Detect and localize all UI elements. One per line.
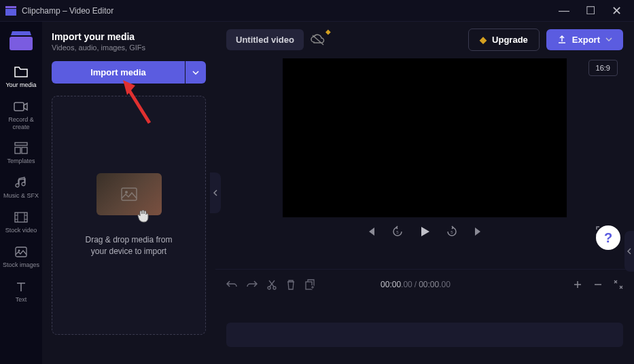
export-label: Export xyxy=(572,35,600,45)
svg-text:5: 5 xyxy=(396,230,399,234)
timeline-area: 00:00.00/00:00.00 xyxy=(215,269,634,364)
svg-point-20 xyxy=(268,287,270,289)
sidebar-item-record[interactable]: Record & create xyxy=(0,94,42,136)
nav-label: Text xyxy=(16,296,27,304)
chevron-left-icon xyxy=(213,189,217,196)
rewind-button[interactable]: 5 xyxy=(391,225,404,238)
clipchamp-logo[interactable] xyxy=(10,30,33,50)
preview-canvas[interactable] xyxy=(283,58,567,217)
import-media-button[interactable]: Import media xyxy=(52,61,185,84)
topbar: Untitled video ◆ ◆ Upgrade Export xyxy=(215,22,634,57)
aspect-ratio-button[interactable]: 16:9 xyxy=(588,60,618,76)
svg-rect-6 xyxy=(22,147,27,153)
sidebar-item-stock-images[interactable]: Stock images xyxy=(0,240,42,274)
premium-badge-icon: ◆ xyxy=(325,28,331,35)
cursor-grab-icon xyxy=(136,207,152,223)
cloud-off-icon xyxy=(311,33,325,46)
minimize-button[interactable]: — xyxy=(559,5,569,16)
dropzone-preview xyxy=(96,173,162,215)
maximize-button[interactable]: ☐ xyxy=(586,5,595,16)
chevron-left-icon xyxy=(627,248,631,255)
svg-rect-4 xyxy=(15,143,27,145)
split-button[interactable] xyxy=(267,279,277,290)
sync-button[interactable]: ◆ xyxy=(311,33,325,46)
timeline-timecode: 00:00.00/00:00.00 xyxy=(381,280,451,289)
svg-point-21 xyxy=(273,287,276,289)
svg-rect-7 xyxy=(15,213,27,222)
play-button[interactable] xyxy=(419,225,431,238)
svg-point-17 xyxy=(125,191,128,194)
panel-title: Import your media xyxy=(52,31,206,42)
sidebar: Your media Record & create Templates Mus… xyxy=(0,22,42,364)
sidebar-item-text[interactable]: Text xyxy=(0,274,42,309)
import-dropdown-button[interactable] xyxy=(186,61,206,84)
svg-point-15 xyxy=(18,249,20,251)
svg-rect-5 xyxy=(15,147,20,153)
duplicate-button[interactable] xyxy=(305,279,315,290)
folder-icon xyxy=(14,65,29,79)
sidebar-item-stock-video[interactable]: Stock video xyxy=(0,205,42,240)
project-title-input[interactable]: Untitled video xyxy=(226,29,304,50)
upgrade-button[interactable]: ◆ Upgrade xyxy=(468,29,540,51)
music-icon xyxy=(14,176,29,189)
nav-label: Templates xyxy=(7,158,35,165)
image-placeholder-icon xyxy=(121,187,137,201)
nav-label: Your media xyxy=(5,81,36,89)
preview-area: 16:9 5 5 xyxy=(215,57,634,269)
panel-subtitle: Videos, audio, images, GIFs xyxy=(52,43,206,52)
svg-rect-14 xyxy=(16,247,27,257)
export-button[interactable]: Export xyxy=(546,29,623,50)
expand-right-panel-button[interactable] xyxy=(624,231,634,272)
skip-end-button[interactable] xyxy=(473,226,484,237)
diamond-icon: ◆ xyxy=(480,35,487,45)
help-button[interactable]: ? xyxy=(596,225,620,250)
svg-rect-0 xyxy=(5,6,16,8)
film-icon xyxy=(14,211,29,224)
nav-label: Stock images xyxy=(3,261,39,269)
chevron-down-icon xyxy=(605,37,612,41)
question-icon: ? xyxy=(604,230,612,246)
chevron-down-icon xyxy=(192,71,199,75)
sidebar-item-templates[interactable]: Templates xyxy=(0,136,42,170)
dropzone-text: Drag & drop media from your device to im… xyxy=(71,234,186,257)
undo-button[interactable] xyxy=(226,280,237,289)
forward-button[interactable]: 5 xyxy=(446,225,458,238)
svg-text:5: 5 xyxy=(451,230,453,234)
zoom-in-button[interactable] xyxy=(573,280,582,289)
redo-button[interactable] xyxy=(247,280,258,289)
fit-button[interactable] xyxy=(614,280,623,289)
delete-button[interactable] xyxy=(286,279,296,290)
nav-label: Record & create xyxy=(0,116,42,131)
sidebar-item-your-media[interactable]: Your media xyxy=(0,60,42,94)
svg-rect-1 xyxy=(5,9,16,16)
image-icon xyxy=(14,245,29,259)
sidebar-item-music[interactable]: Music & SFX xyxy=(0,170,42,205)
skip-start-button[interactable] xyxy=(366,226,376,237)
collapse-panel-button[interactable] xyxy=(210,172,221,213)
playback-controls: 5 5 xyxy=(226,225,623,238)
close-button[interactable]: ✕ xyxy=(612,5,622,17)
camera-icon xyxy=(14,100,29,113)
nav-label: Music & SFX xyxy=(3,192,39,200)
timeline-track[interactable] xyxy=(226,323,623,347)
media-dropzone[interactable]: Drag & drop media from your device to im… xyxy=(52,96,206,335)
timeline-toolbar: 00:00.00/00:00.00 xyxy=(226,275,623,294)
titlebar: Clipchamp – Video Editor — ☐ ✕ xyxy=(0,0,634,22)
nav-label: Stock video xyxy=(5,227,37,234)
upload-icon xyxy=(557,35,567,44)
editor-area: Untitled video ◆ ◆ Upgrade Export 16:9 xyxy=(215,22,634,364)
zoom-out-button[interactable] xyxy=(593,280,603,289)
text-icon xyxy=(14,280,29,293)
window-title: Clipchamp – Video Editor xyxy=(22,6,559,16)
svg-rect-3 xyxy=(14,103,24,111)
svg-rect-2 xyxy=(10,37,33,50)
upgrade-label: Upgrade xyxy=(492,35,528,45)
app-icon xyxy=(5,6,16,16)
templates-icon xyxy=(14,141,29,155)
media-panel: Import your media Videos, audio, images,… xyxy=(42,22,215,364)
svg-rect-16 xyxy=(122,188,137,200)
